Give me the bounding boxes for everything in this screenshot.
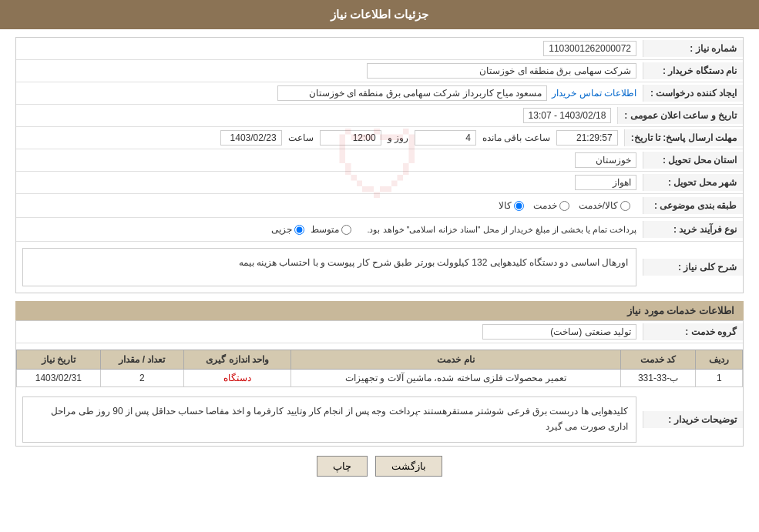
category-radio-1[interactable] — [514, 201, 524, 211]
col-unit: واحد اندازه گیری — [184, 350, 291, 370]
page-title: جزئیات اطلاعات نیاز — [331, 8, 428, 21]
cell-service-code: ب-33-331 — [620, 370, 696, 387]
deadline-date: 1403/02/23 — [220, 130, 282, 146]
purchase-medium-label: متوسط — [311, 224, 339, 235]
announce-value: 1403/02/18 - 13:07 — [16, 105, 617, 126]
category-option-3: کالا/خدمت — [579, 200, 630, 211]
page-header: جزئیات اطلاعات نیاز — [0, 0, 759, 29]
col-date: تاریخ نیاز — [17, 350, 101, 370]
buyer-name-row: نام دستگاه خریدار : شرکت سهامی برق منطقه… — [16, 60, 743, 82]
services-table-container: ردیف کد خدمت نام خدمت واحد اندازه گیری ت… — [16, 350, 743, 387]
requester-value-cell: اطلاعات تماس خریدار مسعود میاح کاربرداز … — [16, 82, 643, 104]
need-desc-box: اورهال اساسی دو دستگاه کلیدهوایی 132 کیل… — [22, 248, 636, 286]
buyer-desc-label: توضیحات خریدار : — [643, 411, 743, 428]
service-group-row: گروه خدمت : تولید صنعتی (ساخت) — [16, 321, 743, 343]
category-value-cell: کالا/خدمت خدمت کالا — [16, 194, 643, 217]
announce-label: تاریخ و ساعت اعلان عمومی : — [617, 107, 743, 124]
category-label-2: خدمت — [533, 200, 557, 211]
category-label: طبقه بندی موضوعی : — [643, 197, 743, 214]
category-option-2: خدمت — [533, 200, 569, 211]
cell-date: 1403/02/31 — [17, 370, 101, 387]
table-header-row: ردیف کد خدمت نام خدمت واحد اندازه گیری ت… — [17, 350, 743, 370]
table-row: 1 ب-33-331 تعمیر محصولات فلزی ساخته شده،… — [17, 370, 743, 387]
col-service-code: کد خدمت — [620, 350, 696, 370]
contact-link[interactable]: اطلاعات تماس خریدار — [552, 88, 636, 99]
category-option-1: کالا — [499, 200, 524, 211]
back-button[interactable]: بازگشت — [375, 456, 442, 477]
buyer-name-value: شرکت سهامی برق منطقه ای خوزستان — [16, 60, 643, 82]
purchase-minor-label: جزیی — [271, 224, 292, 235]
requester-row: ایجاد کننده درخواست : اطلاعات تماس خریدا… — [16, 82, 743, 105]
category-radio-group: کالا/خدمت خدمت کالا — [22, 197, 636, 214]
province-label: استان محل تحویل : — [643, 152, 743, 169]
city-row: شهر محل تحویل : اهواز — [16, 172, 743, 194]
services-title: اطلاعات خدمات مورد نیاز — [15, 301, 744, 320]
deadline-days: 4 — [415, 130, 476, 146]
purchase-type-minor: جزیی — [271, 224, 304, 235]
purchase-radio-minor[interactable] — [294, 225, 304, 235]
cell-row-num: 1 — [696, 370, 743, 387]
need-desc-label: شرح کلی نیاز : — [643, 259, 743, 276]
need-number-label: شماره نیاز : — [643, 40, 743, 57]
purchase-type-medium: متوسط — [311, 224, 351, 235]
deadline-value-cell: 21:29:57 ساعت باقی مانده 4 روز و 12:00 س… — [16, 127, 624, 149]
purchase-type-note: پرداخت تمام یا بخشی از مبلغ خریدار از مح… — [367, 225, 636, 235]
col-quantity: تعداد / مقدار — [100, 350, 183, 370]
time-label: ساعت — [288, 132, 314, 143]
service-group-value: تولید صنعتی (ساخت) — [16, 321, 643, 343]
requester-label: ایجاد کننده درخواست : — [643, 85, 743, 102]
col-row-num: ردیف — [696, 350, 743, 370]
deadline-time: 12:00 — [320, 130, 381, 146]
button-row: بازگشت چاپ — [15, 456, 744, 477]
category-row: طبقه بندی موضوعی : کالا/خدمت خدمت — [16, 194, 743, 218]
deadline-row: مهلت ارسال پاسخ: تا تاریخ: 21:29:57 ساعت… — [16, 127, 743, 149]
purchase-type-radio-group: متوسط جزیی — [265, 221, 358, 238]
col-service-name: نام خدمت — [291, 350, 621, 370]
purchase-radio-medium[interactable] — [341, 225, 351, 235]
remaining-label: ساعت باقی مانده — [482, 132, 550, 143]
purchase-type-row: نوع فرآیند خرید : پرداخت تمام یا بخشی از… — [16, 218, 743, 242]
city-label: شهر محل تحویل : — [643, 174, 743, 191]
need-number-value: 1103001262000072 — [16, 38, 643, 59]
cell-unit: دستگاه — [184, 370, 291, 387]
service-group-label: گروه خدمت : — [643, 323, 743, 340]
deadline-remaining-time: 21:29:57 — [556, 130, 618, 146]
need-number-row: شماره نیاز : 1103001262000072 — [16, 38, 743, 60]
category-label-1: کالا — [499, 200, 512, 211]
category-radio-3[interactable] — [620, 201, 630, 211]
category-radio-2[interactable] — [559, 201, 569, 211]
deadline-label: مهلت ارسال پاسخ: تا تاریخ: — [624, 129, 743, 146]
buyer-desc-box: کلیدهوایی ها دربست برق فرعی شوشتر مستقره… — [22, 396, 636, 443]
day-label: روز و — [388, 132, 408, 143]
purchase-type-label: نوع فرآیند خرید : — [643, 221, 743, 238]
need-desc-value-cell: اورهال اساسی دو دستگاه کلیدهوایی 132 کیل… — [16, 242, 643, 293]
cell-quantity: 2 — [100, 370, 183, 387]
buyer-desc-value-cell: کلیدهوایی ها دربست برق فرعی شوشتر مستقره… — [16, 393, 643, 446]
services-table: ردیف کد خدمت نام خدمت واحد اندازه گیری ت… — [16, 350, 743, 387]
city-value: اهواز — [16, 172, 643, 193]
print-button[interactable]: چاپ — [317, 456, 368, 477]
need-desc-row: شرح کلی نیاز : اورهال اساسی دو دستگاه کل… — [16, 242, 743, 293]
buyer-desc-row: توضیحات خریدار : کلیدهوایی ها دربست برق … — [16, 393, 743, 446]
province-row: استان محل تحویل : خوزستان — [16, 149, 743, 172]
purchase-type-value-cell: پرداخت تمام یا بخشی از مبلغ خریدار از مح… — [16, 218, 643, 241]
category-label-3: کالا/خدمت — [579, 200, 618, 211]
cell-service-name: تعمیر محصولات فلزی ساخته شده، ماشین آلات… — [291, 370, 621, 387]
buyer-name-label: نام دستگاه خریدار : — [643, 62, 743, 79]
announce-row: تاریخ و ساعت اعلان عمومی : 1403/02/18 - … — [16, 105, 743, 127]
province-value: خوزستان — [16, 149, 643, 171]
